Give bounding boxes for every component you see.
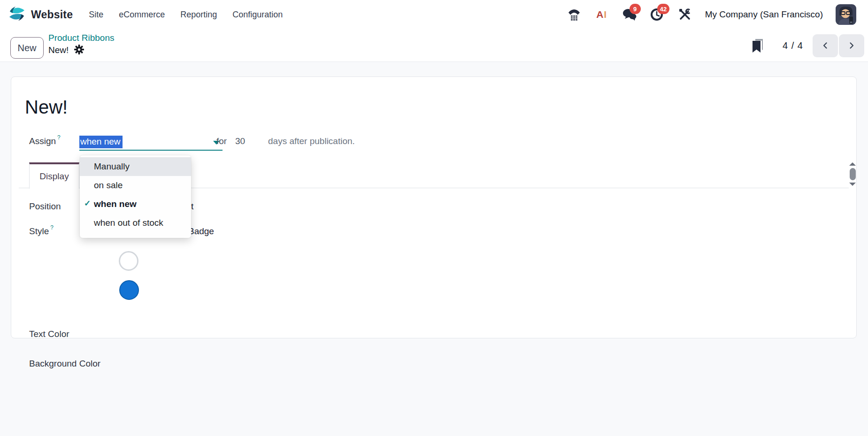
scroll-up-arrow-icon[interactable] xyxy=(849,162,856,166)
scroll-down-arrow-icon[interactable] xyxy=(849,183,856,186)
days-suffix-label: days after publication. xyxy=(268,136,355,146)
main-menu: Site eCommerce Reporting Configuration xyxy=(89,10,283,20)
style-label: Style? xyxy=(29,226,54,237)
activities-count-badge: 42 xyxy=(657,4,669,14)
pager-previous-button[interactable] xyxy=(813,34,838,57)
menu-configuration[interactable]: Configuration xyxy=(232,10,283,20)
assign-selected-value: when new xyxy=(79,136,123,148)
messages-icon[interactable]: 9 xyxy=(622,7,637,22)
user-avatar[interactable] xyxy=(836,4,856,25)
ribbon-name-title[interactable]: New! xyxy=(25,97,68,118)
tab-display[interactable]: Display xyxy=(29,162,79,189)
assign-select[interactable]: when new xyxy=(79,133,223,151)
bookmark-favorite-icon[interactable] xyxy=(751,38,766,53)
new-record-button[interactable]: New xyxy=(10,37,44,59)
assign-label: Assign? xyxy=(29,136,61,146)
check-icon: ✓ xyxy=(84,199,91,208)
company-switcher[interactable]: My Company (San Francisco) xyxy=(705,9,823,20)
app-switcher[interactable]: Website xyxy=(8,4,73,25)
dropdown-option-when-new[interactable]: ✓ when new xyxy=(80,195,191,214)
breadcrumb-product-ribbons-link[interactable]: Product Ribbons xyxy=(48,33,114,44)
voip-phone-icon[interactable] xyxy=(567,7,582,22)
breadcrumb: Product Ribbons New! xyxy=(48,33,114,56)
control-panel: New Product Ribbons New! xyxy=(0,29,868,62)
background-color-label: Background Color xyxy=(29,359,100,369)
vertical-scrollbar xyxy=(849,162,856,186)
pager-next-button[interactable] xyxy=(839,34,864,57)
dropdown-option-when-out-of-stock[interactable]: when out of stock xyxy=(80,214,191,232)
ai-assistant-icon[interactable]: AI xyxy=(594,7,609,22)
messages-count-badge: 9 xyxy=(630,4,641,14)
assign-for-label: for xyxy=(216,136,227,146)
activities-clock-icon[interactable]: 42 xyxy=(650,7,665,22)
style-help-icon[interactable]: ? xyxy=(50,224,54,231)
website-app-logo-icon xyxy=(8,4,26,25)
dropdown-option-manually[interactable]: Manually xyxy=(80,157,191,176)
odoo-backend-screen: Website Site eCommerce Reporting Configu… xyxy=(0,0,868,436)
dropdown-option-on-sale[interactable]: on sale xyxy=(80,176,191,195)
background-color-swatch[interactable] xyxy=(119,280,139,300)
pager-value: 4 / 4 xyxy=(783,40,803,51)
days-count-input[interactable] xyxy=(235,136,263,146)
developer-tools-icon[interactable] xyxy=(677,7,692,22)
top-navbar: Website Site eCommerce Reporting Configu… xyxy=(0,0,868,29)
gear-actions-icon[interactable] xyxy=(74,45,84,56)
systray: AI 9 42 xyxy=(567,0,856,29)
assign-help-icon[interactable]: ? xyxy=(57,134,61,141)
style-value[interactable]: Badge xyxy=(188,226,214,237)
position-label: Position xyxy=(29,201,61,212)
text-color-swatch[interactable] xyxy=(119,251,138,271)
app-name[interactable]: Website xyxy=(31,8,73,21)
text-color-label: Text Color xyxy=(29,329,69,339)
pager-area: 4 / 4 xyxy=(751,29,864,62)
assign-dropdown-menu: Manually on sale ✓ when new when out of … xyxy=(80,155,191,238)
menu-ecommerce[interactable]: eCommerce xyxy=(119,10,165,20)
scrollbar-thumb[interactable] xyxy=(850,168,856,180)
menu-site[interactable]: Site xyxy=(89,10,103,20)
breadcrumb-current-record: New! xyxy=(48,45,69,56)
menu-reporting[interactable]: Reporting xyxy=(180,10,217,20)
